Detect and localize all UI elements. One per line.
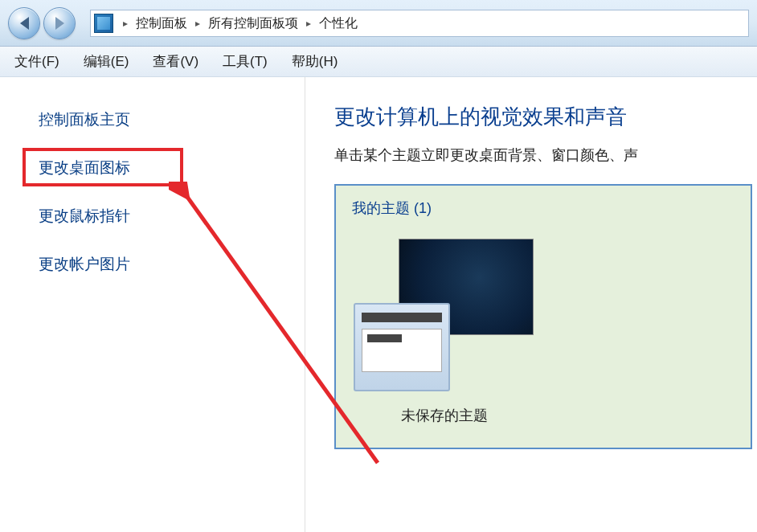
theme-label: 未保存的主题 (352, 406, 537, 425)
sidebar-link-change-mouse-pointer[interactable]: 更改鼠标指针 (32, 203, 137, 230)
menu-bar: 文件(F) 编辑(E) 查看(V) 工具(T) 帮助(H) (0, 47, 757, 77)
forward-button[interactable] (43, 7, 76, 39)
page-title: 更改计算机上的视觉效果和声音 (334, 103, 757, 131)
breadcrumb-separator-icon: ▸ (190, 18, 205, 29)
menu-help[interactable]: 帮助(H) (288, 51, 342, 72)
sidebar-link-change-desktop-icons[interactable]: 更改桌面图标 (32, 154, 137, 182)
personalization-icon (94, 14, 113, 33)
theme-thumbnail (352, 234, 537, 395)
navigation-bar: ▸ 控制面板 ▸ 所有控制面板项 ▸ 个性化 (0, 0, 757, 47)
breadcrumb-personalization[interactable]: 个性化 (316, 10, 361, 36)
theme-window-preview (354, 303, 450, 391)
breadcrumb-control-panel[interactable]: 控制面板 (133, 10, 190, 36)
my-themes-header: 我的主题 (1) (352, 198, 734, 218)
sidebar-link-home[interactable]: 控制面板主页 (32, 106, 137, 133)
menu-edit[interactable]: 编辑(E) (80, 51, 133, 72)
breadcrumb-all-items[interactable]: 所有控制面板项 (205, 10, 301, 36)
page-subtitle: 单击某个主题立即更改桌面背景、窗口颜色、声 (334, 145, 757, 165)
breadcrumb-separator-icon: ▸ (301, 18, 316, 29)
back-button[interactable] (8, 7, 40, 39)
menu-view[interactable]: 查看(V) (149, 51, 202, 72)
my-themes-panel: 我的主题 (1) 未保存的主题 (334, 184, 752, 449)
sidebar-link-change-account-picture[interactable]: 更改帐户图片 (32, 251, 137, 278)
breadcrumb-separator-icon: ▸ (118, 18, 133, 29)
main-panel: 更改计算机上的视觉效果和声音 单击某个主题立即更改桌面背景、窗口颜色、声 我的主… (305, 77, 757, 532)
sidebar: 控制面板主页 更改桌面图标 更改鼠标指针 更改帐户图片 (0, 77, 305, 532)
menu-file[interactable]: 文件(F) (11, 51, 63, 72)
back-arrow-icon (20, 17, 29, 30)
content-area: 控制面板主页 更改桌面图标 更改鼠标指针 更改帐户图片 更改计算机上的视觉效果和… (0, 77, 757, 532)
theme-card-unsaved[interactable]: 未保存的主题 (352, 234, 537, 425)
menu-tools[interactable]: 工具(T) (219, 51, 271, 72)
address-bar[interactable]: ▸ 控制面板 ▸ 所有控制面板项 ▸ 个性化 (90, 10, 749, 37)
forward-arrow-icon (55, 17, 64, 30)
nav-buttons-group (8, 7, 76, 39)
